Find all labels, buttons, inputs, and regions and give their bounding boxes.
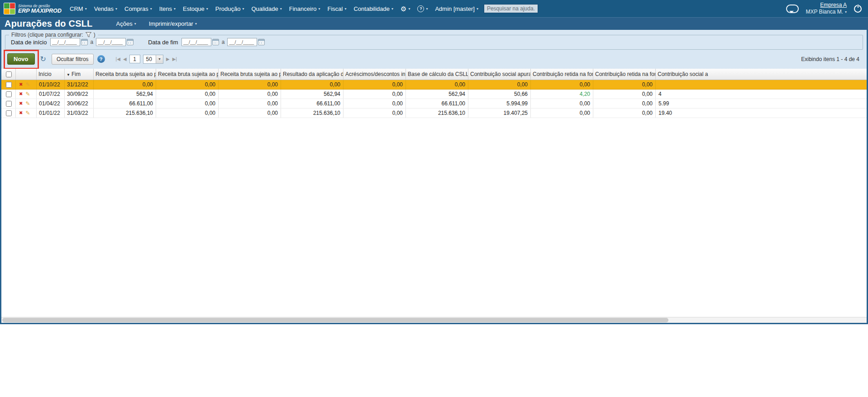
new-button[interactable]: Novo — [7, 53, 35, 65]
hide-filters-button[interactable]: Ocultar filtros — [52, 54, 94, 65]
settings-menu[interactable]: ⚙ ▾ — [397, 0, 414, 17]
header-checkbox-cell — [1, 69, 16, 80]
column-header-2[interactable]: ▼Fim — [65, 69, 94, 80]
chevron-down-icon: ▾ — [242, 7, 244, 11]
cell-value: 0,00 — [593, 99, 656, 108]
calendar-icon[interactable] — [81, 39, 88, 45]
column-header-10[interactable]: Contribuição retida na for — [531, 69, 593, 80]
menu-estoque[interactable]: Estoque▾ — [179, 0, 212, 17]
filter-funnel-icon — [86, 32, 91, 38]
edit-row-icon[interactable]: ✎ — [25, 99, 30, 108]
row-checkbox[interactable] — [6, 82, 12, 88]
menu-crm[interactable]: CRM▾ — [66, 0, 91, 17]
menu-itens[interactable]: Itens▾ — [156, 0, 179, 17]
grid-inner: Início▼FimReceita bruta sujeita ao pRece… — [1, 69, 867, 118]
page-size-select[interactable]: 50 ▼ — [143, 55, 163, 64]
edit-row-icon[interactable]: ✎ — [25, 80, 30, 89]
actions-menu[interactable]: Ações ▾ — [116, 20, 136, 27]
delete-row-icon[interactable]: ✖ — [19, 109, 23, 118]
calendar-icon[interactable] — [212, 39, 219, 45]
column-header-label: Contribuição retida na for — [533, 71, 593, 77]
calendar-icon[interactable] — [258, 39, 265, 45]
select-all-checkbox[interactable] — [6, 71, 12, 77]
chevron-down-icon: ▾ — [391, 7, 393, 11]
company-link[interactable]: Empresa A — [820, 2, 847, 9]
page-number-input[interactable] — [129, 55, 140, 63]
help-search-input[interactable] — [484, 4, 538, 13]
menu-vendas[interactable]: Vendas▾ — [91, 0, 121, 17]
horizontal-scrollbar[interactable] — [1, 317, 867, 323]
table-row-1[interactable]: ✖✎01/10/2231/12/220,000,000,000,000,000,… — [1, 80, 867, 90]
delete-row-icon[interactable]: ✖ — [19, 99, 23, 108]
chat-icon[interactable] — [786, 5, 799, 13]
column-header-label: Base de cálculo da CSLL — [408, 71, 468, 77]
column-header-9[interactable]: Contribuição social apura — [468, 69, 531, 80]
refresh-icon[interactable]: ↻ — [40, 55, 46, 63]
delete-row-icon[interactable]: ✖ — [19, 90, 23, 99]
end-date-from-input[interactable] — [181, 38, 211, 46]
column-header-12[interactable]: Contribuição social a — [656, 69, 867, 80]
edit-row-icon[interactable]: ✎ — [25, 90, 30, 99]
chevron-down-icon: ▾ — [344, 7, 346, 11]
first-page-button[interactable]: |◀ — [116, 57, 120, 61]
maxiprod-logo[interactable]: Sistema de gestão ERP MAXIPROD — [4, 3, 62, 14]
filters-zone: Filtros (clique para configurar: ) Data … — [1, 30, 867, 50]
menu-qualidade[interactable]: Qualidade▾ — [248, 0, 285, 17]
menu-fiscal[interactable]: Fiscal▾ — [324, 0, 350, 17]
end-date-to-input[interactable] — [227, 38, 257, 46]
next-page-button[interactable]: ▶ — [166, 57, 170, 61]
column-header-7[interactable]: Acréscimos/descontos int — [343, 69, 406, 80]
start-date-from-input[interactable] — [50, 38, 80, 46]
table-row-4[interactable]: ✖✎01/01/2231/03/22215.636,100,000,00215.… — [1, 109, 867, 118]
menu-producao[interactable]: Produção▾ — [212, 0, 248, 17]
prev-page-button[interactable]: ◀ — [123, 57, 127, 61]
cell-value: 0,00 — [343, 99, 406, 108]
power-icon[interactable] — [854, 5, 862, 13]
menu-contabilidade[interactable]: Contabilidade▾ — [350, 0, 397, 17]
row-checkbox[interactable] — [6, 91, 12, 97]
column-header-1[interactable]: Início — [37, 69, 65, 80]
filters-legend[interactable]: Filtros (clique para configurar: ) — [9, 32, 98, 38]
cell-value: 0,00 — [593, 80, 656, 89]
cell-value: 0,00 — [406, 80, 468, 89]
column-header-3[interactable]: Receita bruta sujeita ao p — [94, 69, 156, 80]
help-menu[interactable]: ? ▾ — [414, 0, 431, 17]
row-checkbox[interactable] — [6, 101, 12, 107]
admin-menu[interactable]: Admin [master] ▾ — [431, 0, 482, 17]
chevron-down-icon: ▾ — [408, 7, 410, 11]
chevron-down-icon: ▾ — [318, 7, 320, 11]
table-row-3[interactable]: ✖✎01/04/2230/06/2266.611,000,000,0066.61… — [1, 99, 867, 109]
row-actions-cell: ✖✎ — [16, 109, 37, 118]
column-header-6[interactable]: Resultado da aplicação do — [281, 69, 343, 80]
data-grid: Início▼FimReceita bruta sujeita ao pRece… — [1, 69, 867, 323]
column-header-label: Contribuição social a — [658, 71, 708, 77]
menu-label: Qualidade — [251, 5, 278, 12]
cell-value: 66.611,00 — [281, 99, 343, 108]
column-header-11[interactable]: Contribuição retida na for — [593, 69, 656, 80]
column-header-4[interactable]: Receita bruta sujeita ao p — [156, 69, 219, 80]
scrollbar-thumb[interactable] — [2, 318, 668, 322]
help-icon[interactable]: ? — [97, 55, 105, 63]
start-date-to-input[interactable] — [96, 38, 126, 46]
cell-value: 0,00 — [219, 99, 281, 108]
menu-compras[interactable]: Compras▾ — [121, 0, 156, 17]
row-checkbox[interactable] — [6, 110, 12, 116]
row-checkbox-cell — [1, 99, 16, 108]
end-date-label: Data de fim — [148, 39, 178, 46]
table-row-2[interactable]: ✖✎01/07/2230/09/22562,940,000,00562,940,… — [1, 90, 867, 99]
edit-row-icon[interactable]: ✎ — [25, 109, 30, 118]
column-header-5[interactable]: Receita bruta sujeita ao p — [219, 69, 281, 80]
chevron-down-icon: ▾ — [150, 7, 152, 11]
menu-financeiro[interactable]: Financeiro▾ — [286, 0, 324, 17]
cell-value: 0,00 — [94, 80, 156, 89]
cell-value: 5.994,99 — [468, 99, 531, 108]
cell-value: 0,00 — [531, 80, 593, 89]
print-export-menu[interactable]: Imprimir/exportar ▾ — [149, 20, 197, 27]
cell-value: 0,00 — [219, 80, 281, 89]
column-header-8[interactable]: Base de cálculo da CSLL — [406, 69, 468, 80]
chevron-down-icon: ▾ — [280, 7, 282, 11]
user-menu[interactable]: MXP Bianca M. ▾ — [806, 9, 847, 15]
calendar-icon[interactable] — [127, 39, 134, 45]
last-page-button[interactable]: ▶| — [172, 57, 177, 61]
delete-row-icon[interactable]: ✖ — [19, 80, 23, 89]
